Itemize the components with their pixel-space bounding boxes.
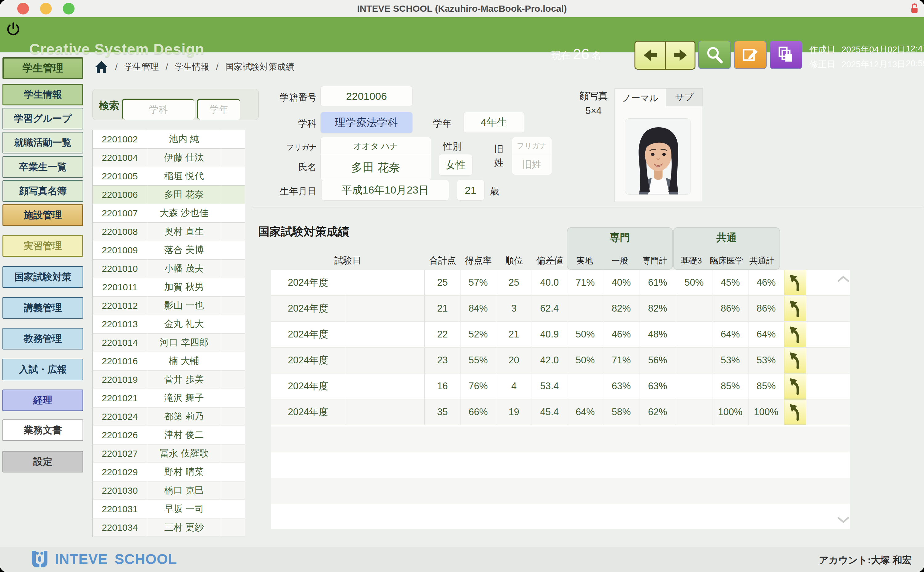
student-row-extra (221, 500, 245, 518)
student-row-extra (221, 260, 245, 278)
student-row[interactable]: 2201002池内 純 (93, 130, 245, 149)
jump-to-record-button[interactable] (784, 296, 806, 321)
sidebar-item-training-mgmt[interactable]: 実習管理 (3, 235, 83, 257)
home-icon[interactable] (94, 61, 109, 73)
search-button[interactable] (698, 41, 731, 69)
footer-logo-text: INTEVESCHOOL (55, 551, 177, 567)
student-row-extra (221, 204, 245, 222)
student-id-field[interactable]: 2201006 (320, 86, 413, 106)
breadcrumb-item[interactable]: 学生管理 (124, 61, 159, 73)
student-row[interactable]: 2201014河口 幸四郎 (93, 333, 245, 352)
sidebar-item-accounting[interactable]: 経理 (3, 390, 83, 411)
jump-to-record-button[interactable] (784, 399, 806, 425)
student-row-name: 河口 幸四郎 (147, 333, 221, 352)
department-field[interactable]: 理学療法学科 (320, 112, 413, 134)
maiden-field-group: フリガナ 旧姓 (512, 137, 552, 175)
scroll-up-icon[interactable] (837, 274, 850, 283)
maiden-name-field[interactable]: 旧姓 (512, 154, 552, 175)
exam-cell-ippan: 82% (603, 296, 639, 321)
jump-to-record-button[interactable] (784, 322, 806, 347)
student-row[interactable]: 2201029野村 晴菜 (93, 463, 245, 481)
previous-record-button[interactable] (636, 42, 665, 69)
student-row[interactable]: 2201021滝沢 舞子 (93, 389, 245, 407)
exam-cell-total: 16 (425, 373, 460, 399)
name-field[interactable]: 多田 花奈 (321, 155, 431, 180)
power-icon[interactable] (6, 22, 21, 37)
student-row[interactable]: 2201006多田 花奈 (93, 185, 245, 204)
edit-button[interactable] (734, 41, 767, 69)
student-row[interactable]: 2201013金丸 礼大 (93, 315, 245, 333)
student-row-extra (221, 130, 245, 149)
sidebar-item-student-mgmt[interactable]: 学生管理 (3, 58, 83, 79)
copy-button[interactable] (770, 41, 802, 69)
student-row[interactable]: 2201027冨永 伎羅歌 (93, 445, 245, 463)
sidebar-item-photo-roster[interactable]: 顔写真名簿 (3, 180, 83, 202)
student-row-id: 2201006 (93, 185, 147, 204)
search-year-input[interactable] (197, 99, 240, 120)
photo-tab-sub[interactable]: サブ (666, 89, 703, 106)
exam-row: 2024年度1676%453.463%63%85%85% (271, 373, 850, 399)
jump-to-record-button[interactable] (784, 348, 806, 373)
col-deviation: 偏差値 (532, 255, 567, 267)
breadcrumb-item[interactable]: 学生情報 (175, 61, 209, 73)
student-row[interactable]: 2201031早坂 一司 (93, 500, 245, 518)
student-row[interactable]: 2201004伊藤 佳汰 (93, 149, 245, 167)
created-label: 作成日 (809, 44, 840, 56)
search-dept-input[interactable] (122, 99, 194, 120)
breadcrumb-item[interactable]: 国家試験対策成績 (225, 61, 294, 73)
exam-cell-rank: 4 (496, 373, 532, 399)
name-label: 氏名 (256, 161, 316, 174)
student-row[interactable]: 2201026津村 俊二 (93, 426, 245, 445)
exam-cell-date (345, 322, 425, 347)
sidebar-item-facility-mgmt[interactable]: 施設管理 (3, 204, 83, 226)
sidebar-item-study-group[interactable]: 学習グループ (3, 108, 83, 129)
breadcrumb: /学生管理/学生情報/国家試験対策成績 (94, 61, 294, 73)
student-row[interactable]: 2201030橋口 克巳 (93, 481, 245, 500)
next-record-button[interactable] (665, 42, 695, 69)
jump-to-record-button[interactable] (784, 373, 806, 399)
exam-cell-senmon: 48% (639, 322, 676, 347)
sidebar-item-lecture-mgmt[interactable]: 講義管理 (3, 297, 83, 319)
student-row[interactable]: 2201016楠 大輔 (93, 352, 245, 370)
sidebar-item-graduates[interactable]: 卒業生一覧 (3, 156, 83, 178)
furigana-field[interactable]: オオタ ハナ (321, 137, 431, 155)
age-field[interactable]: 21 (457, 180, 484, 201)
student-row-id: 2201021 (93, 389, 147, 407)
col-rinsho: 臨床医学 (709, 255, 744, 266)
sidebar-item-national-exam[interactable]: 国家試験対策 (3, 266, 83, 288)
student-row-extra (221, 149, 245, 167)
lock-icon (909, 3, 920, 15)
student-row[interactable]: 2201007大森 沙也佳 (93, 204, 245, 222)
student-row[interactable]: 2201009落合 美博 (93, 241, 245, 260)
student-row[interactable]: 2201010小幡 茂夫 (93, 260, 245, 278)
gender-field[interactable]: 女性 (439, 154, 473, 176)
scroll-down-icon[interactable] (837, 515, 850, 525)
birthdate-field[interactable]: 平成16年10月23日 (321, 180, 449, 201)
student-row[interactable]: 2201019菅井 歩美 (93, 370, 245, 389)
sidebar-item-student-info[interactable]: 学生情報 (3, 84, 83, 106)
maiden-furigana-field[interactable]: フリガナ (512, 137, 552, 154)
sidebar-item-academic-mgmt[interactable]: 教務管理 (3, 328, 83, 350)
student-row-id: 2201030 (93, 481, 147, 500)
col-rate: 得点率 (460, 255, 496, 267)
student-row[interactable]: 2201005稲垣 悦代 (93, 167, 245, 185)
exam-cell-senmon: 62% (639, 399, 676, 425)
exam-cell-rank: 20 (496, 348, 532, 373)
photo-tab-normal[interactable]: ノーマル (615, 89, 666, 107)
exam-cell-rate: 76% (460, 373, 496, 399)
student-row-id: 2201011 (93, 278, 147, 297)
sidebar-item-admission-pr[interactable]: 入試・広報 (3, 359, 83, 380)
exam-rows: 2024年度2557%2540.071%40%61%50%45%46% 2024… (271, 270, 850, 425)
student-row-name: 菅井 歩美 (147, 370, 221, 389)
student-row[interactable]: 2201008奥村 直生 (93, 222, 245, 241)
sidebar-item-settings[interactable]: 設定 (3, 451, 83, 473)
student-row[interactable]: 2201034三村 更紗 (93, 518, 245, 537)
sidebar-item-business-docs[interactable]: 業務文書 (3, 420, 83, 441)
student-row[interactable]: 2201011加賀 秋男 (93, 278, 245, 297)
jump-to-record-button[interactable] (784, 270, 806, 295)
sidebar-item-job-activity[interactable]: 就職活動一覧 (3, 132, 83, 154)
student-row-extra (221, 426, 245, 445)
student-row[interactable]: 2201024都築 莉乃 (93, 407, 245, 426)
grade-field[interactable]: 4年生 (463, 112, 525, 133)
student-row[interactable]: 2201012影山 一也 (93, 297, 245, 315)
